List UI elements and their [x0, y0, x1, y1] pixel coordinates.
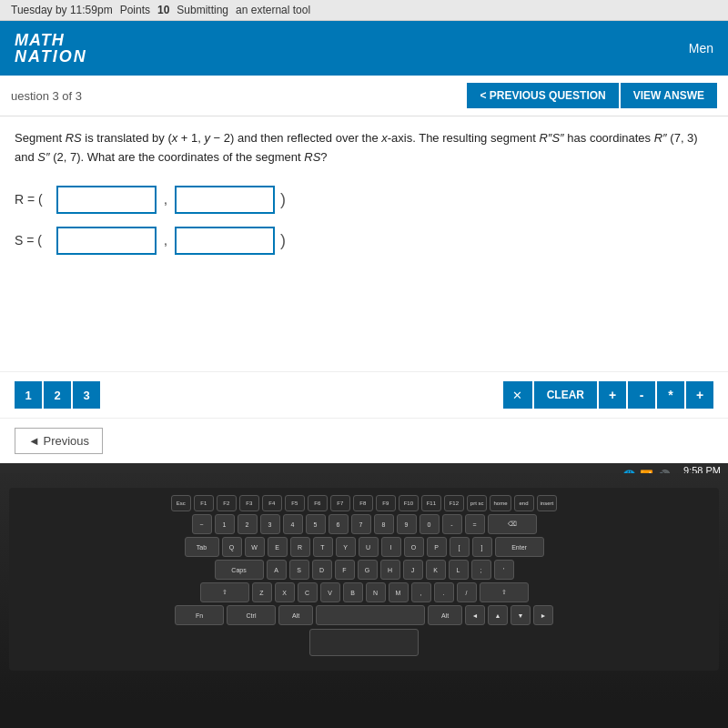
key-q[interactable]: Q — [222, 537, 242, 557]
key-c[interactable]: C — [298, 582, 318, 602]
key-equals[interactable]: = — [465, 514, 485, 534]
main-key-row4: ⇧ Z X C V B N M , . / ⇧ — [15, 582, 713, 602]
key-alt[interactable]: Alt — [278, 605, 313, 625]
key-o[interactable]: O — [404, 537, 424, 557]
key-h[interactable]: H — [380, 560, 400, 580]
points-value: 10 — [157, 4, 169, 16]
key-p[interactable]: P — [427, 537, 447, 557]
key-period[interactable]: . — [434, 582, 454, 602]
backspace-button[interactable]: ✕ — [503, 381, 532, 409]
key-f9[interactable]: F9 — [376, 495, 396, 511]
key-f6[interactable]: F6 — [308, 495, 328, 511]
key-6[interactable]: 6 — [329, 514, 349, 534]
key-w[interactable]: W — [245, 537, 265, 557]
trackpad[interactable] — [309, 629, 419, 656]
key-prtsc[interactable]: prt sc — [467, 495, 488, 511]
key-2[interactable]: 2 — [238, 514, 258, 534]
key-0[interactable]: 0 — [420, 514, 440, 534]
key-f8[interactable]: F8 — [353, 495, 373, 511]
key-comma[interactable]: , — [411, 582, 431, 602]
key-caps[interactable]: Caps — [215, 560, 264, 580]
key-rbracket[interactable]: ] — [472, 537, 492, 557]
key-n[interactable]: N — [366, 582, 386, 602]
divide-button[interactable]: + — [686, 381, 713, 409]
key-f1[interactable]: F1 — [194, 495, 214, 511]
key-shift-right[interactable]: ⇧ — [480, 582, 529, 602]
key-f10[interactable]: F10 — [399, 495, 419, 511]
plus-button[interactable]: + — [599, 381, 626, 409]
key-1[interactable]: 1 — [215, 514, 235, 534]
key-g[interactable]: G — [358, 560, 378, 580]
view-answer-button[interactable]: VIEW ANSWE — [621, 83, 717, 108]
r-y-input[interactable] — [175, 186, 275, 214]
key-v[interactable]: V — [320, 582, 340, 602]
key-b[interactable]: B — [343, 582, 363, 602]
key-arrow-right[interactable]: ► — [533, 605, 553, 625]
key-arrow-left[interactable]: ◄ — [465, 605, 485, 625]
key-f5[interactable]: F5 — [285, 495, 305, 511]
key-f2[interactable]: F2 — [217, 495, 237, 511]
key-alt-right[interactable]: Alt — [428, 605, 462, 625]
key-semicolon[interactable]: ; — [471, 560, 491, 580]
key-arrow-up[interactable]: ▲ — [488, 605, 508, 625]
previous-button[interactable]: ◄ Previous — [15, 428, 103, 454]
menu-label[interactable]: Men — [689, 41, 713, 56]
key-f7[interactable]: F7 — [330, 495, 350, 511]
s-y-input[interactable] — [175, 227, 275, 255]
key-t[interactable]: T — [313, 537, 333, 557]
s-x-input[interactable] — [56, 227, 157, 255]
key-i[interactable]: I — [381, 537, 401, 557]
key-m[interactable]: M — [389, 582, 409, 602]
key-home[interactable]: home — [490, 495, 511, 511]
key-esc[interactable]: Esc — [171, 495, 191, 511]
key-7[interactable]: 7 — [351, 514, 371, 534]
key-8[interactable]: 8 — [374, 514, 394, 534]
key-end[interactable]: end — [514, 495, 534, 511]
key-backspace[interactable]: ⌫ — [488, 514, 537, 534]
key-1[interactable]: 1 — [15, 381, 42, 409]
clear-button[interactable]: CLEAR — [534, 381, 597, 409]
key-f11[interactable]: F11 — [421, 495, 441, 511]
key-minus[interactable]: - — [442, 514, 462, 534]
key-f3[interactable]: F3 — [239, 495, 259, 511]
key-k[interactable]: K — [426, 560, 446, 580]
key-tab[interactable]: Tab — [185, 537, 219, 557]
key-5[interactable]: 5 — [306, 514, 326, 534]
key-enter[interactable]: Enter — [495, 537, 544, 557]
key-3[interactable]: 3 — [73, 381, 100, 409]
key-u[interactable]: U — [359, 537, 379, 557]
key-z[interactable]: Z — [252, 582, 272, 602]
key-r[interactable]: R — [290, 537, 310, 557]
key-3[interactable]: 3 — [260, 514, 280, 534]
prev-question-button[interactable]: < PREVIOUS QUESTION — [467, 83, 618, 108]
key-f[interactable]: F — [335, 560, 355, 580]
key-d[interactable]: D — [312, 560, 332, 580]
r-x-input[interactable] — [56, 186, 157, 214]
key-2[interactable]: 2 — [44, 381, 71, 409]
key-9[interactable]: 9 — [397, 514, 417, 534]
key-a[interactable]: A — [267, 560, 287, 580]
key-4[interactable]: 4 — [283, 514, 303, 534]
key-space[interactable] — [316, 605, 425, 625]
key-x[interactable]: X — [275, 582, 295, 602]
key-slash[interactable]: / — [457, 582, 477, 602]
key-insert[interactable]: insert — [537, 495, 558, 511]
key-ctrl[interactable]: Ctrl — [227, 605, 276, 625]
key-shift-left[interactable]: ⇧ — [200, 582, 249, 602]
key-e[interactable]: E — [268, 537, 288, 557]
minus-button[interactable]: - — [628, 381, 655, 409]
key-l[interactable]: L — [449, 560, 469, 580]
key-j[interactable]: J — [403, 560, 423, 580]
key-fn[interactable]: Fn — [175, 605, 224, 625]
keypad-area: 1 2 3 ✕ CLEAR + - * + — [0, 371, 728, 418]
key-lbracket[interactable]: [ — [450, 537, 470, 557]
key-quote[interactable]: ' — [494, 560, 514, 580]
key-f12[interactable]: F12 — [444, 495, 464, 511]
key-tilde[interactable]: ~ — [192, 514, 212, 534]
key-arrow-down[interactable]: ▼ — [511, 605, 531, 625]
key-f4[interactable]: F4 — [262, 495, 282, 511]
keyboard-area: Esc F1 F2 F3 F4 F5 F6 F7 F8 F9 F10 F11 F… — [9, 488, 719, 671]
multiply-button[interactable]: * — [657, 381, 684, 409]
key-s[interactable]: S — [289, 560, 309, 580]
key-y[interactable]: Y — [336, 537, 356, 557]
